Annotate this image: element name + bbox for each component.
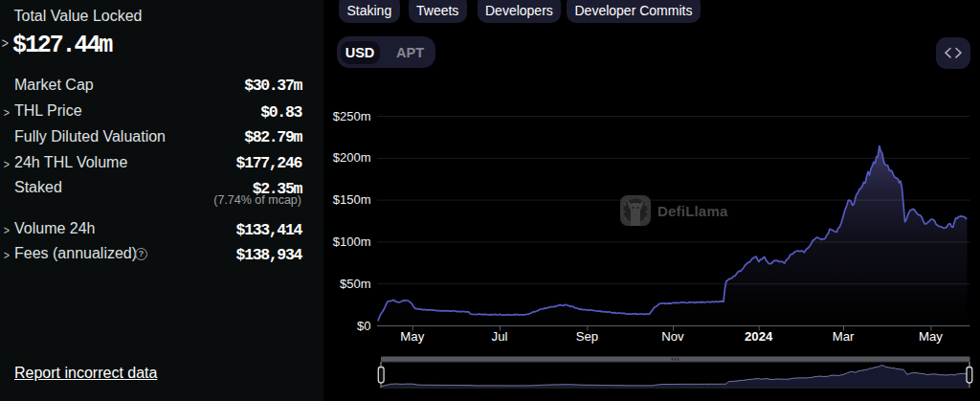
svg-text:Mar: Mar xyxy=(833,329,855,344)
svg-text:2024: 2024 xyxy=(745,329,773,344)
svg-text:May: May xyxy=(400,329,424,344)
svg-text:Jul: Jul xyxy=(492,329,508,344)
svg-text:$100m: $100m xyxy=(333,234,371,249)
svg-text:$50m: $50m xyxy=(340,277,371,291)
svg-text:$250m: $250m xyxy=(333,109,371,123)
svg-text:$150m: $150m xyxy=(333,192,371,207)
svg-text:$0: $0 xyxy=(357,319,370,333)
svg-text:$200m: $200m xyxy=(333,150,371,165)
svg-text:May: May xyxy=(919,329,943,344)
svg-text:Sep: Sep xyxy=(576,329,598,344)
svg-text:DefiLlama: DefiLlama xyxy=(657,203,728,219)
svg-text:Nov: Nov xyxy=(661,329,684,344)
